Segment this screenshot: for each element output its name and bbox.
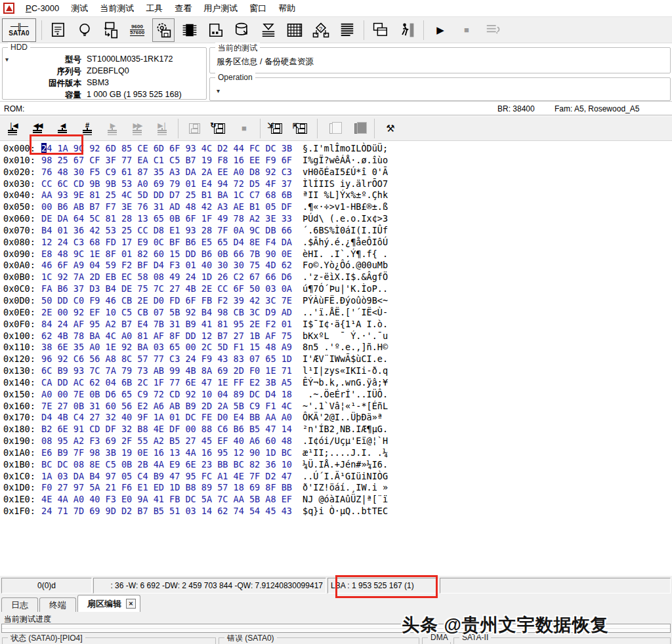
load-from-file-button[interactable]: ⇲ bbox=[265, 117, 287, 140]
windows-button[interactable] bbox=[369, 18, 392, 42]
hex-row[interactable]: 0x140:CA DD AC 62 04 6B 2C 1F 77 6E 47 1… bbox=[3, 377, 388, 389]
menu-user-test[interactable]: 用户测试 bbox=[198, 1, 243, 16]
hex-row[interactable]: 0x1D0:F0 27 97 5A 21 F6 E1 ED 1D B8 89 5… bbox=[3, 482, 388, 494]
hex-ascii[interactable]: ð'IZ!öáí.¸IW.i » bbox=[303, 482, 388, 494]
hex-row[interactable]: 0x1C0:1A 03 DA B4 97 05 C4 B9 47 95 FC A… bbox=[3, 471, 388, 483]
save-sector-button[interactable] bbox=[183, 117, 205, 140]
hex-row[interactable]: 0x100:62 4B 78 BA 4C A0 81 AF 8F DD 12 B… bbox=[3, 331, 388, 342]
reread-sector-button[interactable]: ↻ bbox=[208, 117, 230, 140]
hex-bytes[interactable]: 12 24 C3 68 FD 17 E9 0C BF B6 E5 65 D4 8… bbox=[41, 237, 292, 249]
hex-bytes[interactable]: 38 6E 35 A0 1E 92 BA 03 65 00 2C 5D F1 1… bbox=[41, 342, 292, 353]
hex-row[interactable]: 0x0E0:2E 00 92 EF 10 C5 CB 07 5B 92 B4 9… bbox=[3, 307, 388, 319]
hex-bytes[interactable]: 00 B6 AB B7 F7 3E 76 31 AD 48 42 A3 AE B… bbox=[41, 201, 292, 213]
hex-ascii[interactable]: ÔKÄ'2@I..ÜþÐä»ª bbox=[303, 412, 388, 424]
hex-ascii[interactable]: ÞÚd\ (.e.o.Ix¢>3 bbox=[303, 213, 388, 225]
hex-row[interactable]: 0x160:7E 27 0B 31 60 56 E2 A6 AB B9 2D 2… bbox=[3, 401, 388, 413]
copy-button[interactable] bbox=[322, 117, 345, 140]
hex-ascii[interactable]: ¼Ü.IÅ.+Jén#»¼I6. bbox=[303, 459, 388, 471]
hex-bytes[interactable]: 7E 27 0B 31 60 56 E2 A6 AB B9 2D 2A 5B C… bbox=[41, 401, 292, 413]
hex-ascii[interactable]: æ¹II;....J.I. .¼ bbox=[303, 447, 388, 459]
hex-bytes[interactable]: 24 71 7D 69 9D D2 B7 B5 51 03 14 62 74 5… bbox=[41, 506, 292, 517]
hex-bytes[interactable]: 6C B9 93 7C 7A 79 73 AB 99 4B 8A 69 2D F… bbox=[41, 365, 292, 377]
last-sector-button[interactable]: ▶❘ bbox=[151, 117, 173, 140]
menu-current-test[interactable]: 当前测试 bbox=[94, 1, 140, 16]
hints-button[interactable] bbox=[74, 18, 96, 42]
hex-bytes[interactable]: CA DD AC 62 04 6B 2C 1F 77 6E 47 1E FF E… bbox=[41, 377, 292, 389]
hex-dump[interactable]: 0x000:24 1A 9C 92 6D 85 CE 6D 6F 93 4C D… bbox=[3, 143, 388, 517]
hex-bytes[interactable]: 96 92 C6 56 A8 8C 57 77 C3 24 F9 43 83 0… bbox=[41, 353, 292, 365]
reports-button[interactable] bbox=[336, 18, 358, 42]
hex-ascii[interactable]: ´.6BS%Ì0áI(I.IÛf bbox=[303, 225, 388, 237]
hex-bytes[interactable]: FA B6 37 D3 B4 DE 75 7C 27 4B 2E CC 6F 5… bbox=[41, 283, 292, 295]
hex-row[interactable]: 0x190:08 95 A2 F3 69 2F 55 A2 B5 27 45 E… bbox=[3, 435, 388, 447]
hex-ascii[interactable]: bKxºL ¯ Ý.·'.¯u bbox=[303, 331, 388, 342]
fast-forward-button[interactable]: ▶▶ bbox=[126, 117, 148, 140]
hex-bytes[interactable]: A0 00 7E 0B D6 65 C9 72 CD 92 10 04 89 D… bbox=[41, 389, 292, 401]
hex-ascii[interactable]: .I¢ói/Uçµ'Eï@¦`H bbox=[303, 435, 388, 447]
hex-row[interactable]: 0x1B0:BC DC 08 8E C5 0B 2B 4A E9 6E 23 B… bbox=[3, 459, 388, 471]
hex-ascii[interactable]: ~'.1`Vâ¦«¹-*[ÉñL bbox=[303, 401, 388, 413]
start-test-button[interactable]: ▶ bbox=[429, 18, 452, 42]
editor-settings-button[interactable]: ⚒ bbox=[379, 117, 402, 140]
hex-row[interactable]: 0x0F0:84 24 AF 95 A2 B7 E4 7B 31 B9 41 8… bbox=[3, 319, 388, 331]
hex-ascii[interactable]: ÊÝ¬b.k,.wnG.ÿâ;¥ bbox=[303, 377, 388, 389]
hex-bytes[interactable]: 76 48 30 F5 C9 61 87 35 A3 DA 2A EE A0 D… bbox=[41, 167, 292, 178]
hex-bytes[interactable]: 08 95 A2 F3 69 2F 55 A2 B5 27 45 EF 40 A… bbox=[41, 435, 292, 447]
scheme-button[interactable]: ? bbox=[310, 18, 332, 42]
menu-help[interactable]: 帮助 bbox=[272, 1, 301, 16]
hex-bytes[interactable]: 50 DD C0 F9 46 CB 2E D0 FD 6F FB F2 39 4… bbox=[41, 295, 292, 307]
hex-bytes[interactable]: D4 4B C4 27 32 40 9F 1A 01 DC FE D0 E4 B… bbox=[41, 412, 292, 424]
hex-ascii[interactable]: 8n5 .'º.e.,]ñ.H© bbox=[303, 342, 388, 353]
baud-rate-button[interactable]: 960057600 bbox=[126, 18, 148, 42]
menu-test[interactable]: 测试 bbox=[65, 1, 94, 16]
board-button[interactable] bbox=[205, 18, 227, 42]
hex-bytes[interactable]: CC 6C CD 9B 9B 53 A0 69 79 01 E4 94 72 D… bbox=[41, 178, 292, 190]
hex-ascii[interactable]: I%gÏ?wêÁÅ·.ø.îùo bbox=[303, 155, 388, 167]
hex-row[interactable]: 0x170:D4 4B C4 27 32 40 9F 1A 01 DC FE D… bbox=[3, 412, 388, 424]
hex-bytes[interactable]: 2E 00 92 EF 10 C5 CB 07 5B 92 B4 98 CB 3… bbox=[41, 307, 292, 319]
hex-ascii[interactable]: l¹I|zys«IKIi-ð.q bbox=[303, 365, 388, 377]
hex-bytes[interactable]: 84 24 AF 95 A2 B7 E4 7B 31 B9 41 81 95 2… bbox=[41, 319, 292, 331]
hex-bytes[interactable]: DE DA 64 5C 81 28 13 65 0B 6F 1F 49 78 A… bbox=[41, 213, 292, 225]
hex-bytes[interactable]: 98 25 67 CF 3F 77 EA C1 C5 B7 19 F8 16 E… bbox=[41, 155, 292, 167]
table-button[interactable] bbox=[284, 18, 306, 42]
hex-bytes[interactable]: BC DC 08 8E C5 0B 2B 4A E9 6E 23 BB BC 8… bbox=[41, 459, 292, 471]
hex-row[interactable]: 0x030:CC 6C CD 9B 9B 53 A0 69 79 01 E4 9… bbox=[3, 178, 388, 190]
hex-ascii[interactable]: ªII %L]Ýx%±º.Çhk bbox=[303, 190, 388, 201]
hex-ascii[interactable]: vH0õÉaI5£Ú*î 0'Ã bbox=[303, 167, 388, 178]
hex-bytes[interactable]: 46 6F A9 04 59 F2 BF D4 F3 01 40 30 30 7… bbox=[41, 260, 292, 272]
sata-port-button[interactable]: —||— SATA0 bbox=[2, 18, 36, 42]
hex-ascii[interactable]: .$Ãhý.é.¿¶åeÔIôÚ bbox=[303, 237, 388, 249]
hex-row[interactable]: 0x040:AA 93 9E 81 25 4C 5D DD D7 25 B1 B… bbox=[3, 190, 388, 201]
hex-row[interactable]: 0x0A0:46 6F A9 04 59 F2 BF D4 F3 01 40 3… bbox=[3, 260, 388, 272]
hdd-dropdown-icon[interactable]: ▾ bbox=[5, 56, 9, 63]
hex-row[interactable]: 0x0C0:FA B6 37 D3 B4 DE 75 7C 27 4B 2E C… bbox=[3, 283, 388, 295]
tab-terminal[interactable]: 终端 bbox=[39, 597, 76, 612]
task-list-button[interactable] bbox=[482, 18, 504, 42]
hex-row[interactable]: 0x050:00 B6 AB B7 F7 3E 76 31 AD 48 42 A… bbox=[3, 201, 388, 213]
hex-row[interactable]: 0x090:E8 48 9C 1E 8F 01 82 60 15 DD B6 0… bbox=[3, 249, 388, 260]
hex-ascii[interactable]: ú¶7Ó´Þu|'K.ÌoP.. bbox=[303, 283, 388, 295]
hex-ascii[interactable]: ÌlÍIIS iy.älrÕO7 bbox=[303, 178, 388, 190]
hex-bytes[interactable]: AA 93 9E 81 25 4C 5D DD D7 25 B1 BA 1C C… bbox=[41, 190, 292, 201]
hex-bytes[interactable]: E8 48 9C 1E 8F 01 82 60 15 DD B6 0B 66 7… bbox=[41, 249, 292, 260]
hex-ascii[interactable]: ..Ú´I.Ä¹GIüiNIÒG bbox=[303, 471, 388, 483]
hex-row[interactable]: 0x110:38 6E 35 A0 1E 92 BA 03 65 00 2C 5… bbox=[3, 342, 388, 353]
hex-ascii[interactable]: I$¯I¢·ä{1¹A I.ò. bbox=[303, 319, 388, 331]
hex-row[interactable]: 0x150:A0 00 7E 0B D6 65 C9 72 CD 92 10 0… bbox=[3, 389, 388, 401]
hex-row[interactable]: 0x0D0:50 DD C0 F9 46 CB 2E D0 FD 6F FB F… bbox=[3, 295, 388, 307]
hex-row[interactable]: 0x020:76 48 30 F5 C9 61 87 35 A3 DA 2A E… bbox=[3, 167, 388, 178]
log-script-button[interactable] bbox=[47, 18, 70, 42]
hex-bytes[interactable]: 4E 4A A0 40 F3 E0 9A 41 FB DC 5A 7C AA 5… bbox=[41, 494, 292, 506]
tab-sector-editor[interactable]: 扇区编辑 × bbox=[77, 595, 140, 612]
hex-ascii[interactable]: ..'ï.ÅË.['´IË<Ù- bbox=[303, 307, 388, 319]
hex-ascii[interactable]: èHI. .I`.Ý¶.f{ . bbox=[303, 249, 388, 260]
hex-ascii[interactable]: Fo©.Yò¿Ôó.@00uMb bbox=[303, 260, 388, 272]
stop-read-button[interactable]: ■ bbox=[233, 117, 255, 140]
port-setup-button[interactable] bbox=[100, 18, 122, 42]
hex-row[interactable]: 0x060:DE DA 64 5C 81 28 13 65 0B 6F 1F 4… bbox=[3, 213, 388, 225]
hex-row[interactable]: 0x010:98 25 67 CF 3F 77 EA C1 C5 B7 19 F… bbox=[3, 155, 388, 167]
hex-row[interactable]: 0x1E0:4E 4A A0 40 F3 E0 9A 41 FB DC 5A 7… bbox=[3, 494, 388, 506]
first-sector-button[interactable]: ❘◀ bbox=[1, 117, 24, 140]
menu-view[interactable]: 查看 bbox=[169, 1, 198, 16]
